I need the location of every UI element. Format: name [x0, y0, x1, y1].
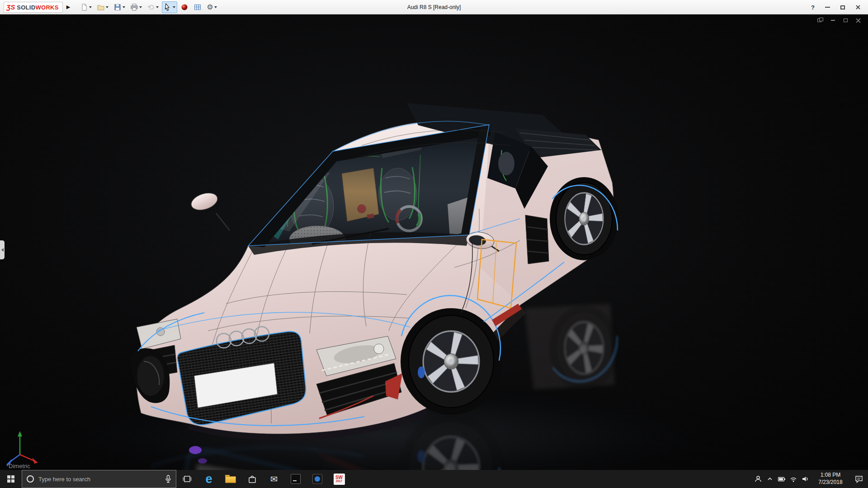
action-center-button[interactable] [850, 470, 868, 488]
clock-date: 7/23/2018 [811, 479, 850, 486]
microphone-icon[interactable] [165, 475, 171, 483]
music-app-button[interactable] [307, 470, 328, 488]
people-button[interactable] [752, 470, 764, 488]
graphics-viewport[interactable]: *Dimetric [0, 14, 868, 470]
mirror-left[interactable] [189, 190, 230, 230]
edge-browser-button[interactable]: e [198, 470, 220, 488]
battery-icon [778, 475, 786, 483]
solidworks-logo: ƷS SOLIDWORKS [4, 2, 63, 13]
music-app-icon [312, 474, 322, 484]
taskbar-clock[interactable]: 1:08 PM 7/23/2018 [811, 472, 850, 486]
solidworks-2017-button[interactable]: SW 2017 [328, 470, 350, 488]
gear-icon: ⚙ [207, 4, 213, 11]
select-button[interactable] [162, 1, 177, 13]
dropdown-caret-icon[interactable] [106, 6, 108, 8]
speaker-icon [801, 475, 809, 483]
dropdown-caret-icon[interactable] [89, 6, 92, 8]
brand-text-solid: SOLID [17, 4, 35, 11]
dropdown-caret-icon[interactable] [156, 6, 159, 8]
chevron-left-icon [1, 248, 4, 252]
open-folder-icon [97, 3, 105, 11]
close-document-icon[interactable] [854, 17, 862, 23]
grid-table-icon [193, 3, 202, 11]
display-grid-button[interactable] [192, 1, 203, 13]
network-indicator[interactable] [788, 470, 799, 488]
minimize-icon [825, 7, 830, 8]
shopping-bag-icon [247, 474, 257, 484]
undo-arrow-icon [147, 3, 155, 11]
people-icon [754, 475, 762, 483]
terminal-app-button[interactable] [285, 470, 307, 488]
terminal-icon [291, 474, 301, 484]
document-window-controls [816, 17, 862, 23]
purple-reflection-blob [189, 446, 202, 454]
document-title: Audi R8 S [Read-only] [407, 0, 461, 14]
minimize-document-icon[interactable] [829, 17, 836, 23]
title-bar: ƷS SOLIDWORKS ▶ [0, 0, 868, 14]
help-button[interactable]: ? [807, 4, 819, 11]
wheel-rear-right[interactable] [550, 177, 618, 260]
wifi-icon [789, 475, 797, 483]
solidworks-brand-icon: ƷS [6, 3, 15, 11]
solidworks-2017-icon: SW 2017 [334, 474, 345, 485]
dropdown-caret-icon[interactable] [139, 6, 142, 8]
task-view-button[interactable] [176, 470, 198, 488]
sw-icon-year: 2017 [336, 480, 342, 483]
store-button[interactable] [241, 470, 263, 488]
chevron-up-icon [766, 475, 774, 483]
quick-toolbar: ⚙ [78, 1, 218, 13]
options-button[interactable]: ⚙ [205, 1, 218, 13]
printer-icon [130, 3, 138, 11]
taskbar-search-box[interactable]: Type here to search [22, 470, 176, 488]
appearance-button[interactable] [179, 1, 190, 13]
feature-manager-collapsed-tab[interactable] [0, 240, 5, 259]
restore-document-icon[interactable] [842, 17, 849, 23]
battery-indicator[interactable] [776, 470, 788, 488]
menu-flyout-icon[interactable]: ▶ [66, 4, 70, 10]
start-button[interactable] [0, 470, 22, 488]
dropdown-caret-icon[interactable] [173, 6, 175, 8]
save-floppy-icon [113, 3, 122, 11]
rear-wheel-reflection [550, 306, 618, 389]
red-sphere-icon [180, 3, 189, 11]
hidden-icons-button[interactable] [764, 470, 776, 488]
mail-envelope-icon: ✉ [270, 475, 278, 483]
edge-icon: e [205, 473, 212, 485]
clock-time: 1:08 PM [811, 472, 850, 479]
windows-logo-icon [7, 475, 14, 483]
task-view-icon [182, 474, 192, 484]
folder-icon [225, 475, 236, 483]
reference-triad[interactable] [6, 431, 38, 465]
cortana-icon [27, 475, 34, 483]
view-orientation-label: *Dimetric [6, 463, 30, 469]
print-button[interactable] [128, 1, 144, 13]
brand-text-works: WORKS [35, 4, 58, 11]
open-document-button[interactable] [95, 1, 110, 13]
dropdown-caret-icon[interactable] [123, 6, 125, 8]
undo-button[interactable] [145, 1, 160, 13]
new-document-icon [80, 3, 88, 11]
volume-indicator[interactable] [799, 470, 811, 488]
cascade-windows-icon[interactable] [816, 17, 824, 23]
close-icon [855, 5, 861, 10]
model-canvas[interactable] [0, 14, 868, 470]
action-center-icon [854, 474, 863, 483]
minimize-button[interactable] [820, 2, 835, 13]
purple-reflection-blob [198, 458, 207, 464]
dropdown-caret-icon[interactable] [214, 6, 217, 8]
save-button[interactable] [112, 1, 127, 13]
windows-taskbar: Type here to search e ✉ SW 2017 [0, 470, 868, 488]
window-controls: ? [807, 0, 865, 14]
restore-icon [840, 5, 845, 9]
system-tray: 1:08 PM 7/23/2018 [752, 470, 868, 488]
mail-button[interactable]: ✉ [263, 470, 285, 488]
close-button[interactable] [851, 2, 865, 13]
restore-button[interactable] [835, 2, 850, 13]
new-document-button[interactable] [78, 1, 94, 13]
file-explorer-button[interactable] [220, 470, 241, 488]
select-cursor-icon [164, 3, 172, 11]
search-placeholder-text: Type here to search [38, 476, 90, 483]
